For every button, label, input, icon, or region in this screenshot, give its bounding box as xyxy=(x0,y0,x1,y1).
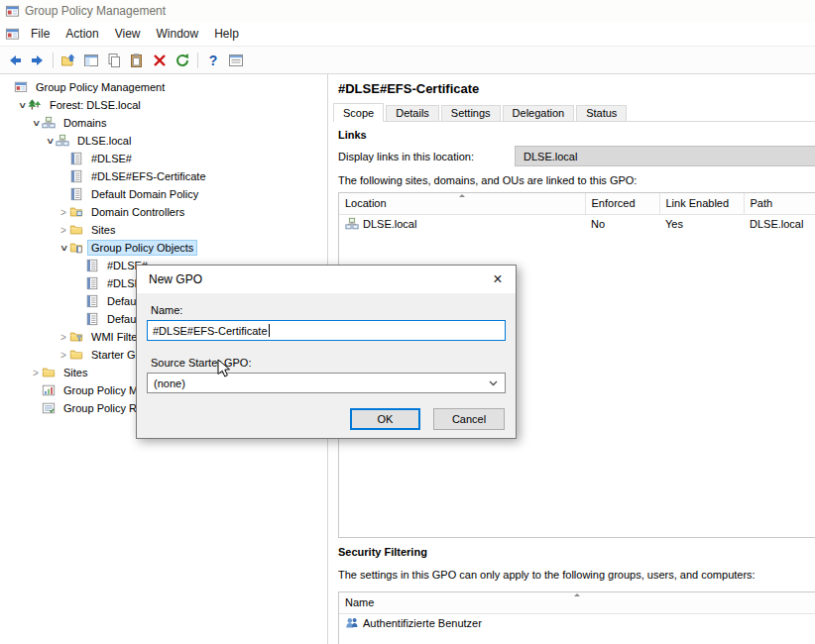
gpo-link-icon xyxy=(69,152,84,165)
show-console-tree-button[interactable] xyxy=(80,50,102,71)
title-bar: Group Policy Management xyxy=(0,0,815,22)
gpo-title: #DLSE#EFS-Certificate xyxy=(338,81,479,96)
chevron-expanded-icon[interactable]: > xyxy=(58,242,69,254)
gpo-icon xyxy=(85,259,100,272)
links-heading: Links xyxy=(338,129,367,141)
security-filtering-row[interactable]: Authentifizierte Benutzer xyxy=(339,613,815,633)
dialog-title-bar: New GPO xyxy=(137,266,516,293)
back-icon xyxy=(7,53,23,68)
forest-icon xyxy=(28,98,43,112)
source-starter-gpo-label: Source Starter GPO: xyxy=(151,357,251,369)
gpo-folder-icon xyxy=(69,241,84,255)
tree-item-sites-ou[interactable]: >Sites xyxy=(0,221,327,239)
gpo-link-icon xyxy=(69,169,84,183)
up-one-level-button[interactable] xyxy=(58,50,79,71)
tree-item-root[interactable]: Group Policy Management xyxy=(0,78,327,96)
security-filtering-heading: Security Filtering xyxy=(338,546,427,558)
gpo-link-icon xyxy=(69,187,84,201)
tree-item-domain-controllers[interactable]: >Domain Controllers xyxy=(0,203,327,221)
menu-action[interactable]: Action xyxy=(58,24,106,44)
tab-details[interactable]: Details xyxy=(386,105,439,121)
back-button[interactable] xyxy=(4,50,26,71)
tab-strip: Scope Details Settings Delegation Status xyxy=(333,103,815,122)
gpo-icon xyxy=(85,276,100,290)
chevron-expanded-icon[interactable]: > xyxy=(31,117,42,129)
menu-help[interactable]: Help xyxy=(206,24,247,44)
show-console-tree-icon xyxy=(83,53,99,68)
menu-bar: File Action View Window Help xyxy=(0,22,815,47)
wmi-filter-icon xyxy=(69,330,84,344)
paste-icon xyxy=(129,53,145,68)
cancel-button[interactable]: Cancel xyxy=(433,408,505,430)
chevron-expanded-icon[interactable]: > xyxy=(17,99,28,111)
app-icon xyxy=(5,4,20,19)
copy-icon xyxy=(106,53,122,68)
window-title: Group Policy Management xyxy=(25,4,166,18)
console-window-icon xyxy=(5,27,20,42)
domain-icon xyxy=(56,134,70,148)
up-one-level-icon xyxy=(60,53,76,68)
menu-window[interactable]: Window xyxy=(149,24,207,44)
tree-item-domains[interactable]: >Domains xyxy=(0,114,327,132)
text-caret xyxy=(269,324,270,337)
tab-delegation[interactable]: Delegation xyxy=(503,105,575,121)
toolbar-separator xyxy=(197,53,198,68)
column-header-enforced[interactable]: Enforced xyxy=(585,193,659,214)
source-starter-gpo-select[interactable]: (none) xyxy=(147,373,506,393)
export-list-button[interactable] xyxy=(225,50,247,71)
security-filtering-caption: The settings in this GPO can only apply … xyxy=(338,569,756,581)
display-links-dropdown[interactable]: DLSE.local xyxy=(515,146,815,166)
domain-icon xyxy=(345,217,359,231)
column-header-location[interactable]: Location xyxy=(339,193,585,214)
tab-status[interactable]: Status xyxy=(576,105,627,121)
tab-scope[interactable]: Scope xyxy=(333,103,384,122)
delete-icon xyxy=(152,53,168,68)
paste-button[interactable] xyxy=(126,50,148,71)
tab-settings[interactable]: Settings xyxy=(441,105,501,121)
gpo-name-input[interactable]: #DLSE#EFS-Certificate xyxy=(147,320,506,341)
refresh-button[interactable] xyxy=(172,50,193,71)
tree-item-gpo-link-dlse[interactable]: #DLSE# xyxy=(0,150,327,167)
links-caption: The following sites, domains, and OUs ar… xyxy=(338,174,637,186)
users-icon xyxy=(345,616,359,630)
gpo-icon xyxy=(85,312,100,326)
export-list-icon xyxy=(228,53,244,68)
chevron-collapsed-icon[interactable]: > xyxy=(58,207,69,218)
help-button[interactable]: ? xyxy=(202,50,224,71)
menu-view[interactable]: View xyxy=(107,24,149,44)
chevron-collapsed-icon[interactable]: > xyxy=(58,350,69,361)
name-label: Name: xyxy=(151,304,182,316)
copy-button[interactable] xyxy=(103,50,125,71)
chevron-collapsed-icon[interactable]: > xyxy=(58,332,69,343)
tree-item-group-policy-objects[interactable]: >Group Policy Objects xyxy=(0,239,327,257)
ou-icon xyxy=(69,205,84,219)
chevron-collapsed-icon[interactable]: > xyxy=(58,225,69,236)
refresh-icon xyxy=(175,53,190,68)
mouse-cursor xyxy=(217,359,231,378)
column-header-link-enabled[interactable]: Link Enabled xyxy=(659,193,744,214)
column-header-name[interactable]: Name xyxy=(339,592,815,613)
dialog-title: New GPO xyxy=(149,272,202,286)
column-header-path[interactable]: Path xyxy=(744,193,815,214)
security-filtering-table: Name Authentifizierte Benutzer xyxy=(338,591,815,644)
close-icon[interactable]: × xyxy=(480,266,516,293)
ok-button[interactable]: OK xyxy=(350,408,420,430)
tree-item-forest[interactable]: >Forest: DLSE.local xyxy=(0,96,327,114)
tree-item-domain-dlse[interactable]: >DLSE.local xyxy=(0,132,327,150)
forward-icon xyxy=(30,53,46,68)
links-table-row[interactable]: DLSE.local No Yes DLSE.local xyxy=(339,214,815,234)
forward-button[interactable] xyxy=(27,50,49,71)
folder-icon xyxy=(69,348,84,362)
chevron-down-icon xyxy=(489,380,498,386)
console-icon xyxy=(14,80,29,94)
delete-button[interactable] xyxy=(149,50,171,71)
toolbar-separator xyxy=(53,53,54,68)
new-gpo-dialog: New GPO × Name: #DLSE#EFS-Certificate So… xyxy=(136,265,517,439)
tree-item-gpo-link-efs[interactable]: #DLSE#EFS-Certificate xyxy=(0,167,327,185)
chevron-collapsed-icon[interactable]: > xyxy=(30,368,42,378)
menu-file[interactable]: File xyxy=(23,24,58,44)
folder-icon xyxy=(42,366,57,379)
tree-item-gpo-link-default[interactable]: Default Domain Policy xyxy=(0,185,327,203)
display-links-label: Display links in this location: xyxy=(338,151,474,162)
chevron-expanded-icon[interactable]: > xyxy=(45,135,56,147)
